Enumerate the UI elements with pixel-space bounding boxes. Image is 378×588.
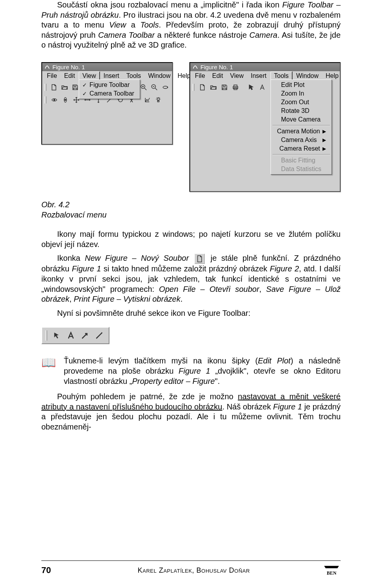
check-icon: ✓ (82, 82, 87, 88)
toolbar-grip (44, 96, 46, 103)
footer-authors: Karel Zaplatílek, Bohuslav Doňar (137, 566, 250, 575)
tip-text: Ťukneme-li levým tlačítkem myši na ikonu… (64, 356, 341, 386)
new-figure-icon[interactable] (50, 83, 59, 92)
menu-item-label: Camera Toolbar (89, 90, 134, 97)
menu-tools[interactable]: Tools (123, 72, 144, 80)
zoom-in-icon[interactable] (139, 83, 148, 92)
menu-view[interactable]: View (227, 72, 246, 80)
menu-window[interactable]: Window (145, 72, 174, 80)
figure-caption: Obr. 4.2 Rozbalovací menu (41, 200, 341, 220)
figure-toolbar-section-2 (41, 327, 109, 344)
paragraph-1: Součástí okna jsou rozbalovací menu a „i… (41, 0, 341, 50)
pointer-icon[interactable] (246, 83, 256, 92)
menu-item-data-statistics: Data Statistics (272, 165, 331, 173)
menu-item-move-camera[interactable]: Move Camera (272, 115, 331, 124)
window-title: Figure No. 1 (200, 64, 233, 70)
menu-item-label: Zoom In (281, 90, 304, 97)
page-number: 70 (41, 565, 51, 575)
menu-item-label: Camera Motion (277, 128, 320, 135)
rotate-3d-icon[interactable] (161, 83, 170, 92)
title-bar: Figure No. 1 (190, 63, 340, 71)
menu-tools[interactable]: Tools (271, 72, 292, 80)
matlab-figure-icon (44, 64, 50, 70)
paragraph-2: Ikony mají formu typickou z windows; po … (41, 229, 341, 249)
menu-item-label: Zoom Out (281, 99, 309, 106)
menu-separator (272, 125, 330, 126)
menu-item-label: Data Statistics (281, 166, 321, 173)
svg-text:BEN: BEN (327, 570, 337, 576)
menu-item-camera-toolbar[interactable]: ✓ Camera Toolbar (80, 89, 139, 98)
save-icon[interactable] (220, 83, 229, 92)
menu-item-figure-toolbar[interactable]: ✓ Figure Toolbar (80, 81, 139, 89)
figure-window-view: Figure No. 1 File Edit View ✓ Figure Too… (41, 62, 173, 145)
zoom-out-icon[interactable] (150, 83, 159, 92)
toolbar-grip (193, 84, 195, 91)
menu-window[interactable]: Window (293, 72, 322, 80)
axes-icon[interactable] (143, 95, 152, 105)
submenu-arrow-icon: ▶ (322, 137, 326, 143)
menu-item-label: Rotate 3D (281, 107, 309, 114)
pointer-icon[interactable] (50, 329, 63, 342)
menu-item-label: Camera Axis (281, 136, 317, 144)
submenu-arrow-icon: ▶ (322, 146, 326, 151)
page-footer: 70 Karel Zaplatílek, Bohuslav Doňar BEN (0, 564, 378, 576)
menu-item-basic-fitting: Basic Fitting (272, 156, 331, 165)
text-a-icon[interactable] (65, 329, 77, 342)
arrow-icon[interactable] (79, 329, 91, 342)
tip-note: 📖 Ťukneme-li levým tlačítkem myši na iko… (41, 356, 341, 386)
paragraph-5: Pouhým pohledem je patrné, že zde je mož… (41, 392, 341, 432)
menu-bar: File Edit View ✓ Figure Toolbar ✓ Camera… (42, 71, 172, 81)
menu-item-label: Edit Plot (281, 81, 305, 88)
line-icon[interactable] (93, 329, 106, 342)
publisher-logo-icon: BEN (322, 564, 341, 576)
menu-item-edit-plot[interactable]: Edit Plot (272, 81, 331, 89)
paragraph-3: Ikonka New Figure – Nový Soubor je stále… (41, 253, 341, 304)
check-icon: ✓ (82, 90, 87, 97)
svg-point-8 (157, 98, 159, 100)
figure-window-tools: Figure No. 1 File Edit View Insert Tools… (189, 62, 341, 192)
text-a-icon[interactable] (258, 83, 267, 92)
new-figure-icon[interactable] (198, 83, 207, 92)
book-icon: 📖 (41, 356, 56, 386)
matlab-figure-icon (193, 64, 198, 70)
menu-item-label: Basic Fitting (281, 157, 315, 164)
menu-bar: File Edit View Insert Tools Edit Plot Zo… (190, 71, 340, 81)
menu-insert[interactable]: Insert (100, 72, 122, 80)
menu-item-label: Figure Toolbar (89, 81, 130, 88)
svg-point-4 (54, 99, 55, 100)
menu-item-label: Move Camera (281, 116, 321, 123)
menu-item-camera-axis[interactable]: Camera Axis▶ (272, 136, 331, 144)
menu-edit[interactable]: Edit (61, 72, 78, 80)
orbit-scene-icon[interactable] (61, 95, 70, 105)
menu-item-camera-reset[interactable]: Camera Reset▶ (272, 144, 331, 153)
footer-rule (41, 560, 341, 561)
new-figure-icon (195, 254, 205, 264)
title-bar: Figure No. 1 (42, 63, 172, 71)
tools-dropdown: Edit Plot Zoom In Zoom Out Rotate 3D Mov… (271, 79, 332, 175)
menu-item-camera-motion[interactable]: Camera Motion▶ (272, 127, 331, 136)
submenu-arrow-icon: ▶ (322, 129, 326, 134)
menu-insert[interactable]: Insert (248, 72, 270, 80)
menu-item-rotate-3d[interactable]: Rotate 3D (272, 107, 331, 115)
menu-item-label: Camera Reset (280, 145, 320, 152)
menu-file[interactable]: File (192, 72, 208, 80)
menu-separator (272, 154, 330, 155)
menu-item-zoom-in[interactable]: Zoom In (272, 89, 331, 98)
window-title: Figure No. 1 (52, 64, 85, 70)
menu-item-zoom-out[interactable]: Zoom Out (272, 98, 331, 107)
toolbar-grip (45, 330, 47, 341)
print-icon[interactable] (231, 83, 240, 92)
menu-file[interactable]: File (44, 72, 60, 80)
paragraph-4: Nyní si povšimněte druhé sekce ikon ve F… (41, 308, 341, 319)
caption-text: Rozbalovací menu (41, 210, 341, 220)
open-file-icon[interactable] (209, 83, 218, 92)
open-file-icon[interactable] (60, 83, 69, 92)
caption-label: Obr. 4.2 (41, 200, 341, 210)
menu-help[interactable]: Help (322, 72, 342, 80)
orbit-camera-icon[interactable] (50, 95, 59, 105)
figure-4-2: Figure No. 1 File Edit View ✓ Figure Too… (41, 62, 341, 192)
menu-view[interactable]: View (79, 72, 99, 80)
light-icon[interactable] (154, 95, 163, 105)
menu-edit[interactable]: Edit (209, 72, 226, 80)
view-dropdown: ✓ Figure Toolbar ✓ Camera Toolbar (79, 79, 140, 99)
